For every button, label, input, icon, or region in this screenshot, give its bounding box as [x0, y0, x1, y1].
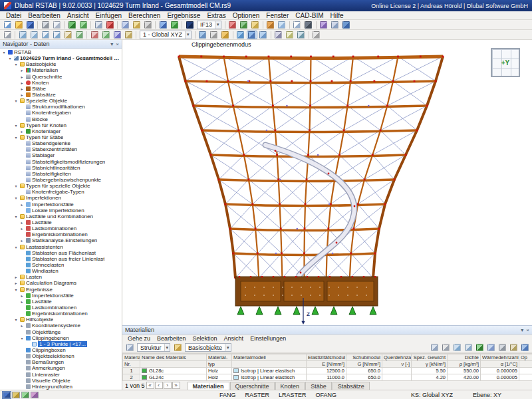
print-graphic-button[interactable] [303, 21, 314, 29]
menu-einfuegen[interactable]: Einfügen [92, 12, 125, 19]
table-tab-knoten[interactable]: Knoten [275, 382, 305, 390]
clipping-box-button[interactable] [258, 31, 269, 39]
tree-item-knotenfreigaben[interactable]: Knotenfreigaben [0, 110, 122, 116]
column-header-rho[interactable]: Dichte [448, 354, 481, 361]
tree-expand-arrow[interactable]: ▸ [19, 86, 25, 91]
table-columns-button[interactable] [463, 343, 473, 352]
tree-item-lastkombinationen[interactable]: ▸Lastkombinationen [0, 225, 122, 231]
snap-toggle-fang[interactable]: FANG [219, 392, 236, 398]
units-settings-button[interactable] [142, 21, 153, 29]
calculate-all-button[interactable] [158, 21, 168, 29]
rotate-view-button[interactable] [74, 31, 84, 39]
tree-item-lokale-imperfektionen[interactable]: Lokale Imperfektionen [0, 207, 122, 213]
tree-item-windlasten[interactable]: Windlasten [0, 268, 122, 274]
tree-expand-arrow[interactable]: ▸ [19, 129, 25, 134]
panel-menu-selektion[interactable]: Selektion [190, 335, 220, 342]
tree-expand-arrow[interactable]: ▸ [19, 220, 25, 225]
next-record-button[interactable]: › [164, 382, 172, 389]
navigator-close-icon[interactable]: × [116, 41, 119, 47]
tree-expand-arrow[interactable]: ▸ [13, 281, 19, 285]
tree-collapse-arrow[interactable]: ▾ [13, 62, 19, 66]
tree-item-imperfektionen[interactable]: ▾Imperfektionen [0, 195, 122, 201]
check-model-button[interactable] [169, 21, 180, 29]
tree-item-stablasten-aus-freier-linienlast[interactable]: Stablasten aus freier Linienlast [0, 256, 122, 262]
column-header-name[interactable] [140, 361, 207, 368]
column-header-nu[interactable]: ν [-] [382, 361, 412, 368]
coordinate-system-combo[interactable]: 1 - Global XYZ▾ [140, 31, 192, 39]
menu-datei[interactable]: Datei [3, 12, 25, 19]
tree-expand-arrow[interactable]: ▸ [19, 238, 25, 243]
panel-menu-einstellungen[interactable]: Einstellungen [247, 335, 289, 342]
column-header-nu[interactable]: Querdehnzahl [382, 354, 412, 361]
column-header-modell[interactable]: Materialmodell [232, 354, 307, 361]
tree-item-ergebnisse-ergebniskombinationen[interactable]: Ergebniskombinationen [0, 311, 122, 317]
work-plane-indicator[interactable]: Ebene: XY [473, 392, 501, 398]
select-objects-button[interactable] [2, 31, 13, 39]
tree-expand-arrow[interactable]: ▸ [19, 293, 25, 298]
column-header-modell[interactable] [232, 361, 307, 368]
tree-item-ergebnisse-imperfektionsfaelle[interactable]: ▸Imperfektionsfälle [0, 293, 122, 299]
show-supports-button[interactable] [239, 21, 249, 29]
menu-bearbeiten[interactable]: Bearbeiten [25, 12, 63, 19]
menu-ergebnisse[interactable]: Ergebnisse [164, 12, 203, 19]
tree-expand-arrow[interactable]: ▸ [19, 80, 25, 85]
program-settings-button[interactable] [330, 21, 340, 29]
tree-collapse-arrow[interactable]: ▾ [13, 214, 19, 219]
column-header-g[interactable]: G [N/mm²] [346, 361, 382, 368]
clipping-plane-button[interactable] [247, 31, 257, 39]
table-settings-button[interactable] [508, 343, 519, 352]
panel-menu-ansicht[interactable]: Ansicht [221, 335, 247, 342]
tree-item-rstab-root[interactable]: ▾RSTAB [0, 49, 122, 55]
tree-item-clippingboxen[interactable]: Clippingboxen [0, 347, 122, 353]
column-header-typ[interactable]: Material- [207, 354, 232, 361]
column-header-e[interactable]: Elastizitätsmodul [307, 354, 346, 361]
tree-item-lastassistenten[interactable]: ▾Lastassistenten [0, 244, 122, 250]
tree-collapse-arrow[interactable]: ▾ [19, 336, 25, 340]
dimensions-button[interactable] [273, 31, 284, 39]
tree-collapse-arrow[interactable]: ▾ [13, 317, 19, 322]
tree-item-koordinatensysteme[interactable]: ▸Koordinatensysteme [0, 323, 122, 329]
view-y-button[interactable] [100, 31, 111, 39]
tree-collapse-arrow[interactable]: ▾ [13, 123, 19, 128]
tree-item-typen-fuer-spezielle-objekte[interactable]: ▾Typen für spezielle Objekte [0, 183, 122, 189]
tree-item-spezielle-objekte[interactable]: ▾Spezielle Objekte [0, 98, 122, 104]
tree-item-stabsteifigkeitsmodifizierungen[interactable]: Stabsteifigkeitsmodifizierungen [0, 159, 122, 165]
tree-item-stabnichtlinearitaeten[interactable]: Stabnichtlinearitäten [0, 165, 122, 171]
addon-modules-button[interactable] [319, 21, 329, 29]
import-table-button[interactable] [485, 343, 496, 352]
zoom-window-button[interactable] [29, 31, 39, 39]
tree-item-strukturmodifikationen[interactable]: Strukturmodifikationen [0, 104, 122, 110]
open-model-button[interactable] [13, 21, 24, 29]
view-z-button[interactable] [112, 31, 122, 39]
help-button[interactable] [341, 21, 352, 29]
table-print-button[interactable] [497, 343, 507, 352]
tree-item-typen-fuer-staebe[interactable]: ▾Typen für Stäbe [0, 134, 122, 140]
navigator-tab-ergebnisse[interactable] [31, 392, 39, 398]
tree-collapse-arrow[interactable]: ▾ [7, 56, 13, 61]
tree-expand-arrow[interactable]: ▸ [13, 275, 19, 279]
annotations-button[interactable] [285, 31, 295, 39]
menu-berechnen[interactable]: Berechnen [125, 12, 164, 19]
show-loads-button[interactable] [227, 21, 238, 29]
isometric-view-button[interactable] [123, 31, 134, 39]
work-plane-button[interactable] [198, 31, 208, 39]
tree-expand-arrow[interactable]: ▸ [19, 92, 25, 97]
tree-item-ergebniskombinationen[interactable]: Ergebniskombinationen [0, 231, 122, 237]
delete-button[interactable] [104, 21, 115, 29]
tree-item-stabendgelenke[interactable]: Stabendgelenke [0, 140, 122, 146]
tree-item-hintergrundfolien[interactable]: Hintergrundfolien [0, 384, 122, 390]
tree-item-stabsteifigkeiten[interactable]: Stabsteifigkeiten [0, 171, 122, 177]
visibility-modes-button[interactable] [235, 31, 246, 39]
tree-item-ergebnisse-lastfaelle[interactable]: ▸Lastfälle [0, 299, 122, 305]
column-header-op[interactable]: Op [519, 354, 532, 361]
measure-button[interactable] [296, 31, 307, 39]
table-tab-staebe[interactable]: Stäbe [305, 382, 332, 390]
tree-item-typen-fuer-knoten[interactable]: ▾Typen für Knoten [0, 122, 122, 128]
tree-item-lastfaelle-und-kombinationen[interactable]: ▾Lastfälle und Kombinationen [0, 213, 122, 219]
load-group-toggle-button[interactable] [184, 21, 195, 29]
tree-expand-arrow[interactable]: ▸ [19, 323, 25, 328]
table-sort-button[interactable] [452, 343, 462, 352]
grid-toggle-button[interactable] [209, 31, 219, 39]
column-header-op[interactable] [519, 361, 532, 368]
table-panel-close-icon[interactable]: × [526, 327, 529, 333]
